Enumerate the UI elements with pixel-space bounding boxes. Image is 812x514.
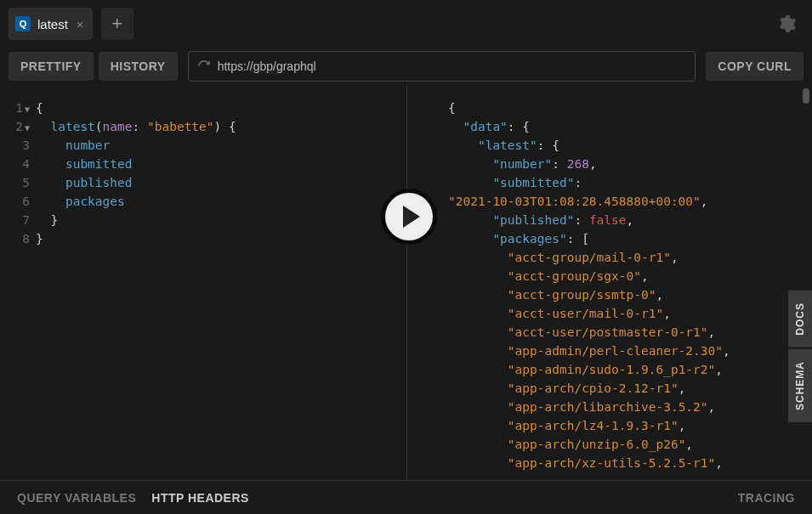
prettify-button[interactable]: PRETTIFY [9,52,94,81]
side-tabs: DOCS SCHEMA [788,291,812,424]
tab-query-variables[interactable]: QUERY VARIABLES [17,491,136,505]
endpoint-url[interactable] [218,59,687,73]
fold-icon[interactable]: ▼ [25,104,30,114]
copy-curl-button[interactable]: COPY CURL [706,52,803,81]
main-split: 1▼ 2▼ 3 4 5 6 7 8 { latest(name: "babett… [0,85,812,480]
play-icon [403,206,420,228]
tab-http-headers[interactable]: HTTP HEADERS [151,491,249,505]
tab-tracing[interactable]: TRACING [738,491,795,505]
endpoint-input[interactable] [188,51,696,82]
schema-tab[interactable]: SCHEMA [788,349,812,422]
toolbar: PRETTIFY HISTORY COPY CURL [0,48,812,85]
add-tab-button[interactable]: + [101,8,133,40]
reload-icon[interactable] [197,59,211,73]
scrollbar-thumb[interactable] [803,88,809,104]
close-icon[interactable]: × [77,17,84,31]
docs-tab[interactable]: DOCS [788,291,812,347]
line-gutter: 1▼ 2▼ 3 4 5 6 7 8 [0,99,32,248]
tab-badge-icon: Q [15,16,31,31]
code-body[interactable]: { latest(name: "babette") { number submi… [36,99,406,248]
footer-bar: QUERY VARIABLES HTTP HEADERS TRACING [0,480,812,514]
tab-bar: Q latest × + [0,0,812,48]
tab-title: latest [37,17,68,31]
fold-icon[interactable]: ▼ [25,123,30,133]
gear-icon[interactable] [776,14,797,37]
query-editor[interactable]: 1▼ 2▼ 3 4 5 6 7 8 { latest(name: "babett… [0,85,406,480]
history-button[interactable]: HISTORY [99,52,178,81]
execute-button[interactable] [381,189,437,245]
result-pane[interactable]: { "data": { "latest": { "number": 268, "… [406,85,812,480]
tab-active[interactable]: Q latest × [9,8,93,40]
